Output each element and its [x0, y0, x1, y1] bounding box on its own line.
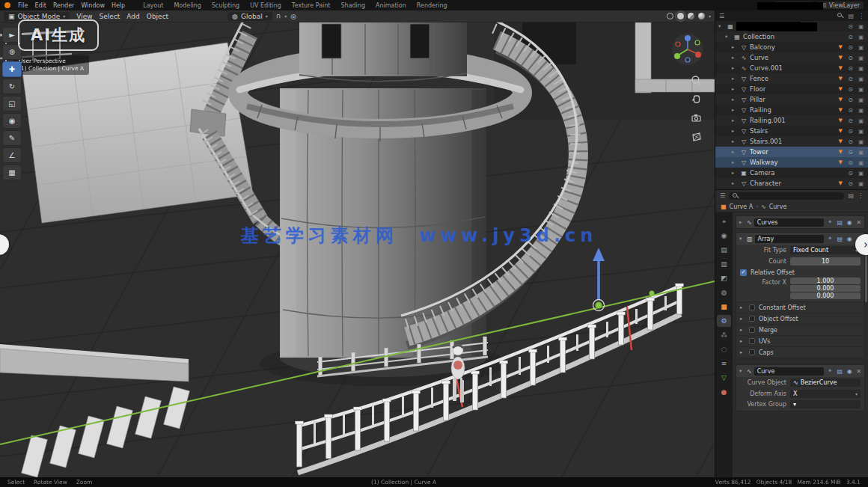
move-tool[interactable]: ✚	[2, 61, 22, 77]
subpanel-checkbox[interactable]	[749, 304, 755, 310]
render-toggle-icon[interactable]: ▣	[857, 34, 865, 40]
search-icon[interactable]	[837, 13, 843, 19]
proportional-edit-icon[interactable]: ◎	[290, 13, 296, 20]
measure-tool[interactable]: ∠	[2, 147, 22, 163]
eye-icon[interactable]: ⊙	[846, 138, 855, 145]
workspace-tab[interactable]: Sculpting	[207, 1, 244, 10]
filter-icon[interactable]: ▤	[848, 13, 854, 19]
render-toggle-icon[interactable]: ▣	[857, 23, 865, 30]
expand-icon[interactable]: ▸	[732, 117, 738, 123]
add-cube-tool[interactable]: ▦	[2, 165, 22, 180]
expand-icon[interactable]: ▾	[725, 34, 731, 40]
expand-icon[interactable]: ▸	[732, 107, 738, 113]
menu-item[interactable]: Window	[81, 2, 105, 9]
expand-icon[interactable]: ▸	[740, 304, 745, 310]
snap-dropdown-icon[interactable]: ▾	[284, 13, 287, 19]
outliner-row[interactable]: ▸▽Pillar▼⊙▣	[715, 94, 868, 105]
render-toggle-icon[interactable]: ▣	[857, 180, 865, 187]
modifier-subpanel[interactable]: ▸ Merge	[736, 324, 864, 335]
orientation-dropdown[interactable]: ◍Global▾	[227, 12, 272, 21]
properties-search-input[interactable]	[729, 192, 844, 200]
camera-view-icon[interactable]	[691, 112, 702, 123]
subpanel-checkbox[interactable]	[749, 316, 755, 322]
tab-world[interactable]: ◍	[717, 287, 731, 298]
outliner-row-active[interactable]: ▸▽Walkway▼⊙▣	[715, 157, 868, 168]
menu-item[interactable]: File	[18, 2, 28, 9]
render-toggle-icon[interactable]: ▣	[857, 107, 865, 114]
menu-item[interactable]: Help	[111, 2, 125, 9]
annotate-tool[interactable]: ✎	[2, 130, 22, 146]
expand-icon[interactable]: ▸	[732, 76, 738, 82]
eye-icon[interactable]: ⊙	[846, 149, 855, 156]
edit-mode-toggle-icon[interactable]: ⌖	[826, 218, 834, 226]
expand-icon[interactable]: ▾	[718, 23, 724, 29]
shading-dropdown-icon[interactable]: ▾	[709, 13, 711, 19]
relative-offset-toggle[interactable]: ✓ Relative Offset	[736, 267, 864, 278]
factor-y-field[interactable]: 0.000	[790, 285, 861, 292]
subpanel-checkbox[interactable]	[749, 349, 755, 355]
workspace-tab[interactable]: Rendering	[412, 1, 452, 10]
expand-icon[interactable]: ▾	[739, 368, 745, 374]
outliner-row[interactable]: ▸▣Camera⊙▣	[715, 168, 868, 178]
tab-scene[interactable]: ◩	[717, 272, 731, 284]
render-toggle-icon[interactable]: ▣	[857, 128, 865, 135]
outliner-row[interactable]: ▸▽Railing▼⊙▣	[715, 105, 868, 115]
editor-type-icon[interactable]: ☰	[719, 13, 724, 19]
modifier-name-field[interactable]: Array	[755, 235, 825, 243]
render-toggle-icon[interactable]: ▣	[857, 86, 865, 93]
outliner-row[interactable]: ▸▽Floor▼⊙▣	[715, 84, 868, 94]
tab-view-layer[interactable]: ▥	[717, 258, 731, 270]
checkbox-checked-icon[interactable]: ✓	[740, 269, 747, 276]
navigation-gizmo[interactable]	[671, 33, 704, 69]
perspective-toggle-icon[interactable]	[691, 131, 702, 142]
modifier-subpanel[interactable]: ▸ Constant Offset	[736, 301, 864, 313]
subpanel-checkbox[interactable]	[749, 327, 755, 333]
viewport-menu-item[interactable]: View	[76, 13, 92, 20]
render-toggle-icon[interactable]: ▣	[857, 97, 865, 103]
outliner-row-selected[interactable]: ▸▽Tower▼⊙▣	[715, 147, 868, 157]
render-toggle-icon[interactable]: ▣	[857, 170, 865, 177]
eye-icon[interactable]: ⊙	[846, 23, 855, 30]
expand-icon[interactable]: ▸	[732, 170, 738, 176]
outliner-row[interactable]: ▸∿Curve▼⊙▣	[715, 52, 868, 63]
close-icon[interactable]: ✕	[856, 219, 861, 226]
render-toggle-icon[interactable]: ▣	[857, 55, 865, 61]
expand-icon[interactable]: ▸	[732, 149, 738, 155]
workspace-tab[interactable]: Texture Paint	[287, 1, 335, 10]
outliner-row[interactable]: ▸∿Curve.001▼⊙▣	[715, 63, 868, 73]
render-toggle-icon[interactable]: ◉	[846, 368, 853, 375]
modifier-subpanel[interactable]: ▸ Object Offset	[736, 313, 864, 324]
blender-logo-icon[interactable]	[4, 2, 10, 8]
expand-icon[interactable]: ▸	[732, 86, 738, 92]
expand-icon[interactable]: ▸	[740, 316, 745, 322]
filter-icon[interactable]: ▤	[848, 192, 854, 199]
render-toggle-icon[interactable]: ▣	[857, 159, 865, 166]
expand-icon[interactable]: ▸	[740, 338, 745, 344]
edit-mode-toggle-icon[interactable]: ⌖	[826, 367, 834, 375]
outliner-row[interactable]: ▸▽Stairs.001▼⊙▣	[715, 136, 868, 147]
eye-icon[interactable]: ⊙	[846, 65, 855, 72]
expand-icon[interactable]: ▸	[732, 128, 738, 134]
eye-icon[interactable]: ⊙	[846, 76, 855, 82]
zoom-icon[interactable]	[691, 75, 702, 86]
expand-icon[interactable]: ▸	[732, 159, 738, 165]
count-field[interactable]: 10	[790, 257, 861, 266]
eye-icon[interactable]: ⊙	[846, 170, 855, 177]
outliner-row[interactable]: ▾▦Collection⊙▣	[715, 31, 868, 42]
factor-z-field[interactable]: 0.000	[790, 292, 861, 299]
eye-icon[interactable]: ⊙	[846, 97, 855, 103]
workspace-tab[interactable]: Shading	[336, 1, 370, 10]
tab-modifiers[interactable]: ⚙	[717, 315, 731, 327]
render-toggle-icon[interactable]: ▣	[857, 138, 865, 145]
viewlayer-selector[interactable]: ▥ViewLayer	[818, 1, 864, 9]
workspace-tab[interactable]: Animation	[371, 1, 411, 10]
menu-item[interactable]: Edit	[34, 2, 46, 9]
viewport-menu-item[interactable]: Object	[147, 13, 168, 20]
expand-icon[interactable]: ▸	[732, 44, 738, 50]
tab-object-data[interactable]: ▽	[717, 372, 731, 384]
eye-icon[interactable]: ⊙	[846, 159, 855, 166]
render-toggle-icon[interactable]: ▣	[857, 44, 865, 51]
close-icon[interactable]: ✕	[856, 368, 861, 375]
edit-mode-toggle-icon[interactable]: ⌖	[826, 235, 834, 242]
render-toggle-icon[interactable]: ▣	[857, 76, 865, 82]
